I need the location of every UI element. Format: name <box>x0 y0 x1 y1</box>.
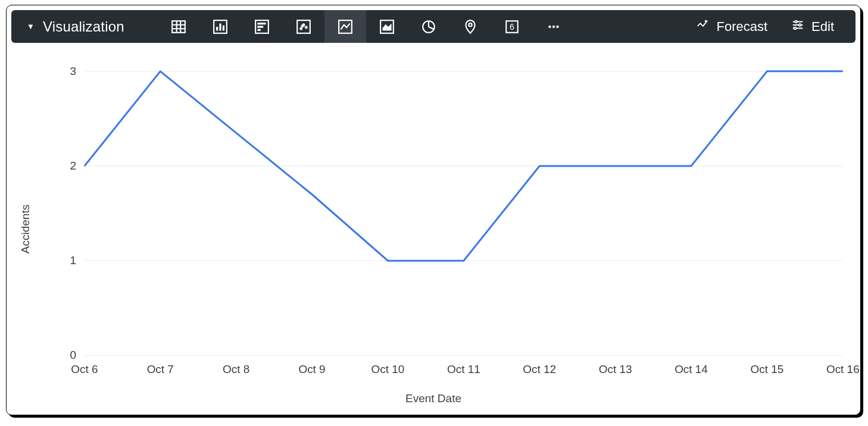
x-tick: Oct 8 <box>223 363 249 375</box>
visualization-panel: ▼ Visualization <box>6 5 861 415</box>
map-pin-icon[interactable] <box>449 10 491 43</box>
svg-point-17 <box>301 25 303 27</box>
forecast-label: Forecast <box>716 19 767 35</box>
chart-type-icons: 6 <box>158 10 574 43</box>
visualization-toolbar: ▼ Visualization <box>11 10 855 43</box>
svg-point-33 <box>799 24 801 26</box>
svg-point-27 <box>548 25 551 27</box>
single-value-icon[interactable]: 6 <box>491 10 533 43</box>
x-tick: Oct 15 <box>751 363 784 375</box>
svg-line-23 <box>429 27 434 29</box>
x-tick: Oct 7 <box>147 363 174 375</box>
more-icon[interactable] <box>533 10 574 43</box>
scatter-chart-icon[interactable] <box>283 10 324 43</box>
y-tick: 3 <box>70 65 76 77</box>
svg-rect-0 <box>172 21 185 33</box>
caret-down-icon: ▼ <box>27 22 35 31</box>
svg-point-28 <box>552 25 555 27</box>
x-tick: Oct 14 <box>675 363 708 375</box>
x-tick: Oct 10 <box>371 363 405 375</box>
svg-point-24 <box>469 23 472 26</box>
svg-point-29 <box>556 25 558 27</box>
forecast-button[interactable]: Forecast <box>696 18 767 35</box>
svg-text:6: 6 <box>510 22 514 32</box>
visualization-dropdown[interactable]: ▼ Visualization <box>11 18 134 35</box>
svg-point-16 <box>305 26 307 28</box>
svg-point-35 <box>794 27 797 29</box>
sliders-icon <box>791 18 804 35</box>
x-tick: Oct 6 <box>71 363 98 375</box>
sparkle-icon <box>696 18 709 35</box>
y-tick: 2 <box>70 159 76 172</box>
bar-chart-icon[interactable] <box>241 10 283 43</box>
edit-button[interactable]: Edit <box>791 18 834 35</box>
x-tick: Oct 11 <box>447 363 480 375</box>
line-chart: 0123Oct 6Oct 7Oct 8Oct 9Oct 10Oct 11Oct … <box>7 43 860 415</box>
x-tick: Oct 13 <box>599 363 632 375</box>
line-chart-icon[interactable] <box>324 10 366 43</box>
svg-point-14 <box>300 27 302 29</box>
svg-marker-20 <box>382 23 391 30</box>
toolbar-title: Visualization <box>43 18 124 35</box>
chart-area: Accidents Event Date 0123Oct 6Oct 7Oct 8… <box>7 43 860 415</box>
y-tick: 1 <box>70 254 76 267</box>
pie-chart-icon[interactable] <box>408 10 449 43</box>
x-tick: Oct 16 <box>826 363 860 375</box>
edit-label: Edit <box>811 19 834 35</box>
y-tick: 0 <box>70 349 76 361</box>
x-tick: Oct 12 <box>523 363 556 375</box>
x-tick: Oct 9 <box>298 363 325 375</box>
svg-point-31 <box>795 20 797 23</box>
area-chart-icon[interactable] <box>366 10 408 43</box>
column-chart-icon[interactable] <box>199 10 241 43</box>
toolbar-actions: Forecast Edit <box>696 18 855 35</box>
table-icon[interactable] <box>158 10 199 43</box>
